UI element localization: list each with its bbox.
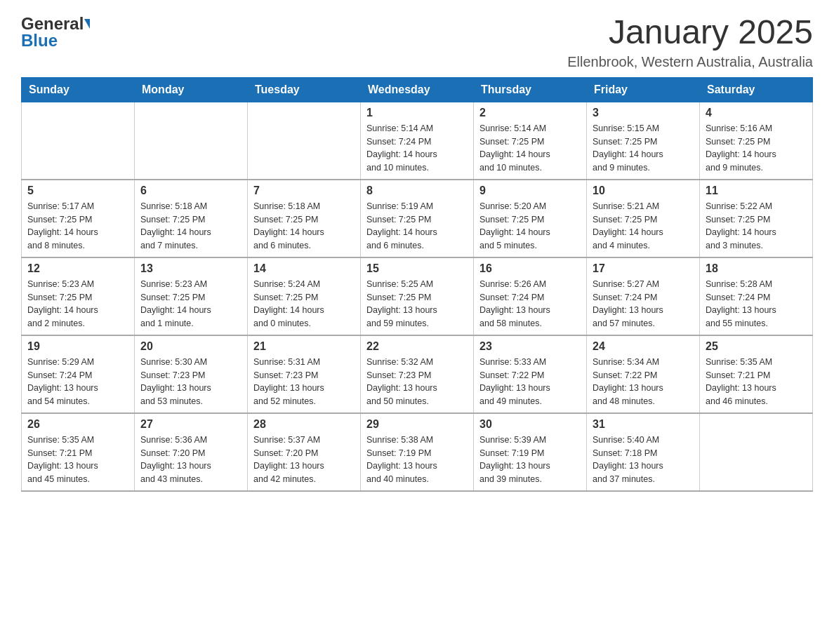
day-info: Sunrise: 5:25 AMSunset: 7:25 PMDaylight:… [366,278,468,330]
logo-arrow-icon [84,19,90,29]
day-number: 21 [253,340,355,353]
calendar-cell: 18Sunrise: 5:28 AMSunset: 7:24 PMDayligh… [700,257,813,335]
day-number: 26 [27,418,128,431]
day-number: 11 [706,185,807,197]
day-number: 19 [27,340,128,353]
day-info: Sunrise: 5:22 AMSunset: 7:25 PMDaylight:… [706,200,807,253]
day-number: 13 [140,262,241,275]
logo: General Blue [21,14,90,51]
day-info: Sunrise: 5:18 AMSunset: 7:25 PMDaylight:… [253,200,355,253]
calendar-cell: 28Sunrise: 5:37 AMSunset: 7:20 PMDayligh… [248,413,361,491]
day-number: 30 [479,418,581,431]
day-info: Sunrise: 5:28 AMSunset: 7:24 PMDaylight:… [706,278,807,330]
calendar-cell: 29Sunrise: 5:38 AMSunset: 7:19 PMDayligh… [361,413,474,491]
day-number: 16 [479,262,581,275]
location-title: Ellenbrook, Western Australia, Australia [567,54,813,70]
col-thursday: Thursday [474,77,587,102]
col-monday: Monday [135,77,248,102]
day-info: Sunrise: 5:15 AMSunset: 7:25 PMDaylight:… [593,122,694,175]
day-info: Sunrise: 5:37 AMSunset: 7:20 PMDaylight:… [253,434,355,486]
calendar-cell: 7Sunrise: 5:18 AMSunset: 7:25 PMDaylight… [248,180,361,257]
calendar-cell: 2Sunrise: 5:14 AMSunset: 7:25 PMDaylight… [474,102,587,180]
day-info: Sunrise: 5:31 AMSunset: 7:23 PMDaylight:… [253,356,355,408]
day-info: Sunrise: 5:20 AMSunset: 7:25 PMDaylight:… [479,200,581,253]
day-info: Sunrise: 5:34 AMSunset: 7:22 PMDaylight:… [593,356,694,408]
day-number: 6 [140,185,241,197]
calendar-cell: 9Sunrise: 5:20 AMSunset: 7:25 PMDaylight… [474,180,587,257]
col-sunday: Sunday [22,77,135,102]
day-number: 28 [253,418,355,431]
day-number: 7 [253,185,355,197]
day-info: Sunrise: 5:33 AMSunset: 7:22 PMDaylight:… [479,356,581,408]
calendar-header: Sunday Monday Tuesday Wednesday Thursday… [22,77,813,102]
calendar-cell: 12Sunrise: 5:23 AMSunset: 7:25 PMDayligh… [22,257,135,335]
day-number: 5 [27,185,128,197]
day-number: 22 [366,340,468,353]
calendar-cell: 31Sunrise: 5:40 AMSunset: 7:18 PMDayligh… [587,413,700,491]
day-number: 14 [253,262,355,275]
day-number: 24 [593,340,694,353]
col-saturday: Saturday [700,77,813,102]
calendar-cell: 5Sunrise: 5:17 AMSunset: 7:25 PMDaylight… [22,180,135,257]
day-info: Sunrise: 5:40 AMSunset: 7:18 PMDaylight:… [593,434,694,486]
header-row: Sunday Monday Tuesday Wednesday Thursday… [22,77,813,102]
day-number: 1 [366,107,468,119]
day-info: Sunrise: 5:23 AMSunset: 7:25 PMDaylight:… [27,278,128,330]
day-number: 31 [593,418,694,431]
calendar-cell: 6Sunrise: 5:18 AMSunset: 7:25 PMDaylight… [135,180,248,257]
page-header: General Blue January 2025 Ellenbrook, We… [21,14,813,70]
calendar-cell: 17Sunrise: 5:27 AMSunset: 7:24 PMDayligh… [587,257,700,335]
calendar-week-2: 5Sunrise: 5:17 AMSunset: 7:25 PMDaylight… [22,180,813,257]
calendar-cell: 3Sunrise: 5:15 AMSunset: 7:25 PMDaylight… [587,102,700,180]
calendar-cell: 25Sunrise: 5:35 AMSunset: 7:21 PMDayligh… [700,335,813,413]
col-wednesday: Wednesday [361,77,474,102]
calendar-cell: 24Sunrise: 5:34 AMSunset: 7:22 PMDayligh… [587,335,700,413]
calendar-cell [700,413,813,491]
day-number: 15 [366,262,468,275]
calendar-cell: 4Sunrise: 5:16 AMSunset: 7:25 PMDaylight… [700,102,813,180]
calendar-cell: 21Sunrise: 5:31 AMSunset: 7:23 PMDayligh… [248,335,361,413]
day-info: Sunrise: 5:26 AMSunset: 7:24 PMDaylight:… [479,278,581,330]
day-number: 17 [593,262,694,275]
day-info: Sunrise: 5:19 AMSunset: 7:25 PMDaylight:… [366,200,468,253]
month-title: January 2025 [567,14,813,51]
day-info: Sunrise: 5:14 AMSunset: 7:24 PMDaylight:… [366,122,468,175]
day-number: 29 [366,418,468,431]
day-number: 18 [706,262,807,275]
calendar-week-1: 1Sunrise: 5:14 AMSunset: 7:24 PMDaylight… [22,102,813,180]
calendar-cell [135,102,248,180]
day-info: Sunrise: 5:35 AMSunset: 7:21 PMDaylight:… [27,434,128,486]
day-number: 2 [479,107,581,119]
day-info: Sunrise: 5:23 AMSunset: 7:25 PMDaylight:… [140,278,241,330]
calendar-cell: 16Sunrise: 5:26 AMSunset: 7:24 PMDayligh… [474,257,587,335]
day-number: 3 [593,107,694,119]
calendar-cell: 10Sunrise: 5:21 AMSunset: 7:25 PMDayligh… [587,180,700,257]
day-info: Sunrise: 5:24 AMSunset: 7:25 PMDaylight:… [253,278,355,330]
calendar-body: 1Sunrise: 5:14 AMSunset: 7:24 PMDaylight… [22,102,813,491]
calendar-cell: 26Sunrise: 5:35 AMSunset: 7:21 PMDayligh… [22,413,135,491]
calendar-cell: 8Sunrise: 5:19 AMSunset: 7:25 PMDaylight… [361,180,474,257]
day-number: 27 [140,418,241,431]
day-number: 12 [27,262,128,275]
calendar-cell: 15Sunrise: 5:25 AMSunset: 7:25 PMDayligh… [361,257,474,335]
day-number: 25 [706,340,807,353]
day-number: 23 [479,340,581,353]
calendar-cell: 1Sunrise: 5:14 AMSunset: 7:24 PMDaylight… [361,102,474,180]
day-number: 20 [140,340,241,353]
day-info: Sunrise: 5:30 AMSunset: 7:23 PMDaylight:… [140,356,241,408]
calendar-cell: 27Sunrise: 5:36 AMSunset: 7:20 PMDayligh… [135,413,248,491]
day-number: 8 [366,185,468,197]
calendar-cell: 14Sunrise: 5:24 AMSunset: 7:25 PMDayligh… [248,257,361,335]
calendar-cell: 23Sunrise: 5:33 AMSunset: 7:22 PMDayligh… [474,335,587,413]
calendar-cell [22,102,135,180]
calendar-cell: 22Sunrise: 5:32 AMSunset: 7:23 PMDayligh… [361,335,474,413]
calendar-cell: 30Sunrise: 5:39 AMSunset: 7:19 PMDayligh… [474,413,587,491]
title-section: January 2025 Ellenbrook, Western Austral… [567,14,813,70]
day-info: Sunrise: 5:36 AMSunset: 7:20 PMDaylight:… [140,434,241,486]
day-info: Sunrise: 5:38 AMSunset: 7:19 PMDaylight:… [366,434,468,486]
logo-blue-text: Blue [21,31,58,51]
day-info: Sunrise: 5:21 AMSunset: 7:25 PMDaylight:… [593,200,694,253]
calendar-week-4: 19Sunrise: 5:29 AMSunset: 7:24 PMDayligh… [22,335,813,413]
day-number: 4 [706,107,807,119]
day-info: Sunrise: 5:17 AMSunset: 7:25 PMDaylight:… [27,200,128,253]
